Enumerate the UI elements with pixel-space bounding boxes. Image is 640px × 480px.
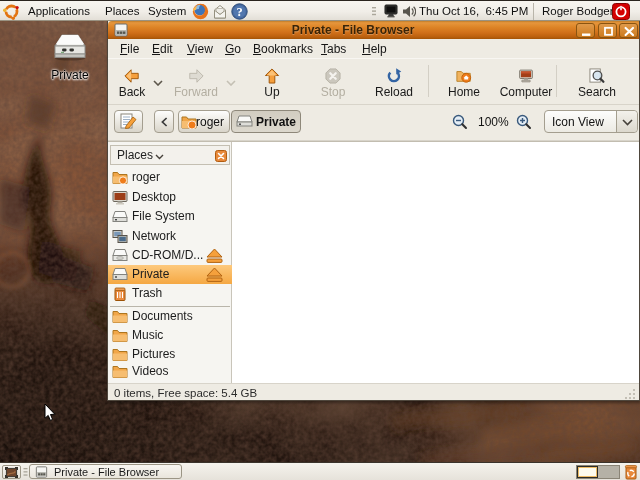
svg-text:?: ? — [236, 5, 242, 19]
